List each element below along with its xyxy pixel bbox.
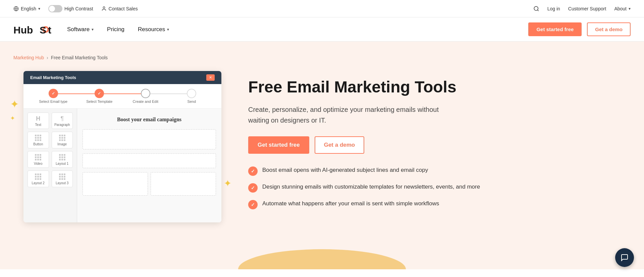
- hero-description: Create, personalize, and optimize your m…: [248, 104, 449, 126]
- svg-point-3: [534, 6, 538, 10]
- chat-button[interactable]: [615, 248, 634, 267]
- layout1-icon: [59, 154, 65, 160]
- video-icon: [35, 154, 41, 160]
- hero-right: Free Email Marketing Tools Create, perso…: [248, 71, 631, 209]
- sidebar-item-paragraph[interactable]: ¶ Paragraph: [52, 113, 73, 129]
- mockup-sidebar: H Text ¶ Paragraph: [23, 109, 77, 222]
- step-2-label: Select Template: [86, 99, 112, 103]
- step-1: ✓ Select Email type: [30, 89, 76, 103]
- svg-line-4: [537, 10, 538, 11]
- nav-pricing[interactable]: Pricing: [107, 26, 124, 33]
- feature-item-2: ✓ Design stunning emails with customizab…: [248, 183, 631, 193]
- button-icon: [35, 135, 41, 141]
- hero-section: Marketing Hub › Free Email Marketing Too…: [0, 42, 644, 269]
- breadcrumb-parent[interactable]: Marketing Hub: [13, 55, 44, 60]
- step-4-circle: [187, 89, 196, 98]
- step-2: ✓ Select Template: [76, 89, 123, 103]
- svg-text:t: t: [48, 24, 51, 36]
- feature-text-3: Automate what happens after your email i…: [262, 199, 439, 208]
- nav-right: Get started free Get a demo: [528, 22, 631, 36]
- mockup-close-button[interactable]: ✕: [206, 74, 215, 81]
- sparkle-left: ✦✦: [10, 98, 19, 123]
- resources-chevron: ▾: [167, 27, 169, 32]
- search-button[interactable]: [533, 6, 539, 12]
- svg-point-2: [103, 7, 105, 8]
- canvas-block-2[interactable]: [83, 153, 216, 168]
- text-icon: H: [36, 116, 40, 122]
- nav-left: Hub S t Software ▾ Pricing Resources ▾: [13, 23, 169, 36]
- about-chevron: ▾: [629, 6, 631, 11]
- sidebar-item-layout3[interactable]: Layout 3: [52, 170, 73, 187]
- mockup-header: Email Marketing Tools ✕: [23, 71, 221, 84]
- layout2-icon: [35, 174, 41, 180]
- top-bar: English ▾ High Contrast Contact Sales Lo…: [0, 0, 644, 17]
- feature-check-2: ✓: [248, 183, 258, 193]
- canvas-block-1[interactable]: [83, 129, 216, 149]
- contact-sales-label: Contact Sales: [109, 6, 138, 11]
- mockup-canvas: Boost your email campaigns: [77, 109, 221, 222]
- hero-buttons: Get started free Get a demo: [248, 136, 631, 154]
- bottom-arc-decoration: [238, 249, 406, 269]
- sidebar-item-layout1[interactable]: Layout 1: [52, 151, 73, 168]
- toggle-switch[interactable]: [48, 5, 62, 12]
- language-selector[interactable]: English ▾: [13, 6, 40, 11]
- nav-get-started-button[interactable]: Get started free: [528, 22, 582, 36]
- top-bar-right: Log in Customer Support About ▾: [533, 6, 631, 12]
- feature-list: ✓ Boost email opens with AI-generated su…: [248, 166, 631, 209]
- paragraph-icon: ¶: [60, 116, 64, 122]
- mockup-body: H Text ¶ Paragraph: [23, 109, 221, 222]
- contact-sales[interactable]: Contact Sales: [101, 6, 138, 11]
- sparkle-right: ✦: [224, 178, 231, 189]
- step-3-circle: [141, 89, 150, 98]
- feature-check-1: ✓: [248, 166, 258, 176]
- step-1-label: Select Email type: [39, 99, 67, 103]
- feature-item-3: ✓ Automate what happens after your email…: [248, 199, 631, 209]
- breadcrumb-separator: ›: [47, 55, 48, 60]
- hero-title: Free Email Marketing Tools: [248, 78, 631, 96]
- svg-text:S: S: [40, 24, 46, 36]
- main-nav: Hub S t Software ▾ Pricing Resources ▾ G…: [0, 17, 644, 42]
- high-contrast-label: High Contrast: [64, 6, 93, 11]
- feature-item-1: ✓ Boost email opens with AI-generated su…: [248, 166, 631, 176]
- feature-check-3: ✓: [248, 200, 258, 209]
- layout3-icon: [59, 174, 65, 180]
- top-bar-left: English ▾ High Contrast Contact Sales: [13, 5, 138, 12]
- step-1-circle: ✓: [49, 89, 58, 98]
- hubspot-logo[interactable]: Hub S t: [13, 23, 54, 36]
- step-3-label: Create and Edit: [133, 99, 158, 103]
- sidebar-item-text[interactable]: H Text: [28, 113, 49, 129]
- sidebar-item-layout2[interactable]: Layout 2: [28, 170, 49, 187]
- hero-get-started-button[interactable]: Get started free: [248, 136, 309, 154]
- about-menu[interactable]: About ▾: [614, 6, 631, 11]
- app-mockup: Email Marketing Tools ✕ ✓ Select Email t…: [23, 71, 221, 222]
- high-contrast-toggle[interactable]: High Contrast: [48, 5, 93, 12]
- step-3: Create and Edit: [122, 89, 169, 103]
- canvas-block-half-2[interactable]: [151, 172, 216, 196]
- sidebar-item-image[interactable]: Image: [52, 132, 73, 148]
- canvas-title: Boost your email campaigns: [83, 114, 216, 125]
- breadcrumb: Marketing Hub › Free Email Marketing Too…: [13, 55, 631, 60]
- canvas-block-half-1[interactable]: [83, 172, 148, 196]
- sidebar-item-button[interactable]: Button: [28, 132, 49, 148]
- language-chevron: ▾: [38, 6, 40, 11]
- step-2-circle: ✓: [95, 89, 104, 98]
- hero-left: ✦✦ ✦ Email Marketing Tools ✕ ✓ Select Em…: [13, 71, 221, 222]
- canvas-block-row: [83, 172, 216, 196]
- toggle-knob: [49, 6, 55, 12]
- step-4-label: Send: [187, 99, 196, 103]
- step-4: Send: [169, 89, 215, 103]
- nav-resources[interactable]: Resources ▾: [138, 26, 169, 33]
- mockup-steps: ✓ Select Email type ✓ Select Template Cr…: [23, 84, 221, 109]
- breadcrumb-current: Free Email Marketing Tools: [51, 55, 108, 60]
- customer-support-link[interactable]: Customer Support: [568, 6, 606, 11]
- nav-software[interactable]: Software ▾: [67, 26, 94, 33]
- login-link[interactable]: Log in: [547, 6, 560, 11]
- feature-text-1: Boost email opens with AI-generated subj…: [262, 166, 428, 175]
- feature-text-2: Design stunning emails with customizable…: [262, 183, 480, 191]
- sidebar-item-video[interactable]: Video: [28, 151, 49, 168]
- image-icon: [59, 135, 65, 141]
- software-chevron: ▾: [92, 27, 94, 32]
- hero-content: ✦✦ ✦ Email Marketing Tools ✕ ✓ Select Em…: [13, 71, 631, 222]
- nav-get-demo-button[interactable]: Get a demo: [587, 22, 631, 36]
- hero-get-demo-button[interactable]: Get a demo: [315, 136, 365, 154]
